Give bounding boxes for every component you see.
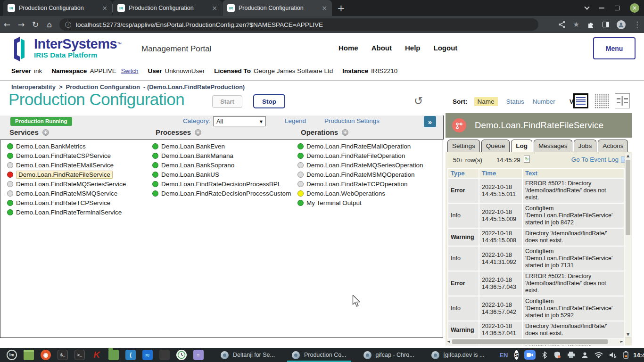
breadcrumb-root[interactable]: Interoperability: [11, 83, 56, 90]
config-item-label[interactable]: Demo.Loan.FindRateFileService: [16, 171, 113, 179]
browser-tab[interactable]: IRProduction Configuration×: [3, 0, 112, 16]
log-row[interactable]: Error2022-10-1814:45:15.011ERROR #5021: …: [448, 179, 624, 203]
config-item-label[interactable]: Demo.Loan.FindRateMSMQService: [16, 190, 117, 197]
config-item-label[interactable]: Demo.Loan.FindRateEMailOperation: [306, 143, 411, 150]
panel-tab-jobs[interactable]: Jobs: [574, 140, 597, 152]
config-item[interactable]: Demo.Loan.FindRateTCPService: [7, 198, 126, 207]
menu-button[interactable]: Menu: [593, 37, 636, 59]
panel-tab-messages[interactable]: Messages: [534, 140, 572, 152]
user-icon[interactable]: [581, 352, 588, 359]
config-item[interactable]: Demo.Loan.WebOperations: [297, 189, 423, 198]
tab-close-icon[interactable]: ×: [102, 4, 107, 12]
config-item[interactable]: Demo.Loan.FindRateCSPService: [7, 151, 126, 160]
config-item[interactable]: Demo.Loan.FindRateDecisionProcessBPL: [152, 179, 291, 189]
taskbar-window[interactable]: [gifcap.dev is ...: [425, 348, 491, 362]
production-settings-link[interactable]: Production Settings: [324, 117, 380, 124]
config-item-label[interactable]: Demo.Loan.FindRateDecisionProcessBPL: [161, 181, 281, 188]
taskbar-window[interactable]: Deltanji for Se...: [214, 348, 281, 362]
panel-tab-log[interactable]: Log: [511, 140, 532, 152]
taskbar-window[interactable]: Production Co...: [285, 348, 353, 362]
refresh-icon[interactable]: ↻: [414, 95, 423, 107]
orange-app-icon[interactable]: ◉: [41, 350, 51, 360]
config-item[interactable]: Demo.Loan.FindRateMQSeriesService: [7, 179, 126, 189]
vertical-scrollbar[interactable]: ▲ ▼: [625, 153, 631, 337]
browser-tab[interactable]: IRProduction Configuration×: [223, 0, 332, 16]
horizontal-scrollbar[interactable]: ◄ ►: [446, 339, 624, 345]
view-grid-button[interactable]: [594, 93, 609, 108]
new-tab-button[interactable]: +: [337, 0, 345, 16]
nav-about[interactable]: About: [372, 44, 392, 52]
config-item-label[interactable]: Demo.Loan.FindRateTerminalService: [16, 209, 122, 216]
clock-app-icon[interactable]: [176, 350, 187, 360]
go-to-event-log-link[interactable]: Go To Event Log: [571, 156, 619, 163]
horizontal-scroll-thumb[interactable]: [452, 339, 608, 344]
side-panel-icon[interactable]: [603, 22, 609, 27]
skype-icon[interactable]: S: [514, 350, 519, 360]
config-item[interactable]: Demo.Loan.FindRateTCPOperation: [297, 179, 423, 189]
config-item[interactable]: My Terminal Output: [297, 198, 423, 207]
vertical-scroll-thumb[interactable]: [626, 160, 630, 235]
config-item[interactable]: Demo.Loan.BankSoprano: [152, 160, 291, 170]
shield-icon[interactable]: [553, 351, 561, 359]
taskbar-clock[interactable]: 14:45: [633, 352, 644, 359]
config-item[interactable]: Demo.Loan.FindRateMQSeriesOperation: [297, 160, 423, 170]
vscode-icon[interactable]: ⟨: [125, 350, 136, 360]
site-info-icon[interactable]: i: [65, 22, 71, 28]
mint-menu-icon[interactable]: lm: [7, 350, 17, 360]
zoom-camera-icon[interactable]: [524, 350, 536, 360]
config-item-label[interactable]: Demo.Loan.BankManana: [161, 152, 233, 159]
taskbar-window[interactable]: gifcap - Chro...: [357, 348, 421, 362]
config-item-label[interactable]: Demo.Loan.BankEven: [161, 143, 225, 150]
home-icon[interactable]: ⌂: [42, 20, 57, 29]
add-service-button[interactable]: +: [42, 129, 49, 136]
tab-close-icon[interactable]: ×: [322, 4, 327, 12]
nav-help[interactable]: Help: [405, 44, 421, 52]
reload-icon[interactable]: ↻: [28, 20, 42, 29]
stop-button[interactable]: Stop: [253, 94, 285, 108]
config-item-label[interactable]: Demo.Loan.FindRateMSMQOperation: [306, 171, 415, 178]
tab-close-icon[interactable]: ×: [212, 4, 217, 12]
share-icon[interactable]: [558, 21, 566, 28]
config-item-label[interactable]: My Terminal Output: [306, 199, 362, 206]
waveform-app-icon[interactable]: ≈: [142, 350, 153, 360]
forward-icon[interactable]: →: [14, 20, 28, 29]
sort-number[interactable]: Number: [533, 98, 555, 105]
terminal-alt-icon[interactable]: >_: [74, 350, 85, 360]
panel-tab-actions[interactable]: Actions: [598, 140, 628, 152]
notes-app-icon[interactable]: ≡: [193, 350, 204, 360]
expand-panel-button[interactable]: »: [424, 116, 436, 127]
tab-search-chevron-icon[interactable]: [584, 4, 589, 9]
config-item-label[interactable]: Demo.Loan.FindRateTCPOperation: [306, 181, 408, 188]
add-process-button[interactable]: +: [195, 129, 201, 136]
maximize-icon[interactable]: [615, 6, 619, 10]
volume-muted-icon[interactable]: [609, 352, 617, 358]
refresh-log-icon[interactable]: ↻: [524, 156, 530, 163]
config-item-label[interactable]: Demo.Loan.BankUS: [161, 171, 219, 178]
config-item[interactable]: Demo.Loan.FindRateMSMQOperation: [297, 170, 423, 179]
panel-tab-queue[interactable]: Queue: [481, 140, 510, 152]
language-indicator[interactable]: EN: [499, 352, 508, 359]
config-item-label[interactable]: Demo.Loan.WebOperations: [306, 190, 385, 197]
legend-link[interactable]: Legend: [285, 117, 306, 124]
close-window-icon[interactable]: ×: [630, 3, 639, 13]
config-item-label[interactable]: Demo.Loan.FindRateCSPService: [16, 152, 111, 159]
browser-tab[interactable]: IRProduction Configuration×: [113, 0, 222, 16]
extensions-puzzle-icon[interactable]: [587, 21, 595, 29]
bookmark-star-icon[interactable]: ★: [573, 20, 579, 29]
file-manager-icon[interactable]: [108, 350, 119, 360]
nav-logout[interactable]: Logout: [434, 44, 458, 52]
back-icon[interactable]: ←: [0, 20, 14, 29]
scroll-up-icon[interactable]: ▲: [625, 154, 631, 158]
scroll-left-icon[interactable]: ◄: [447, 339, 450, 344]
wifi-icon[interactable]: [594, 352, 603, 358]
window-manager-icon[interactable]: [24, 350, 34, 360]
config-item-label[interactable]: Demo.Loan.FindRateMQSeriesOperation: [306, 162, 423, 169]
config-item[interactable]: Demo.Loan.FindRateTerminalService: [7, 207, 126, 217]
add-operation-button[interactable]: +: [342, 129, 348, 136]
config-item[interactable]: Demo.Loan.BankMetrics: [7, 141, 126, 151]
printer-icon[interactable]: [567, 352, 575, 358]
config-item-label[interactable]: Demo.Loan.FindRateTCPService: [16, 199, 110, 206]
config-item[interactable]: Demo.Loan.FindRateFileOperation: [297, 151, 423, 160]
config-item-label[interactable]: Demo.Loan.FindRateDecisionProcessCustom: [161, 190, 291, 197]
config-item[interactable]: Demo.Loan.FindRateEMailService: [7, 160, 126, 170]
